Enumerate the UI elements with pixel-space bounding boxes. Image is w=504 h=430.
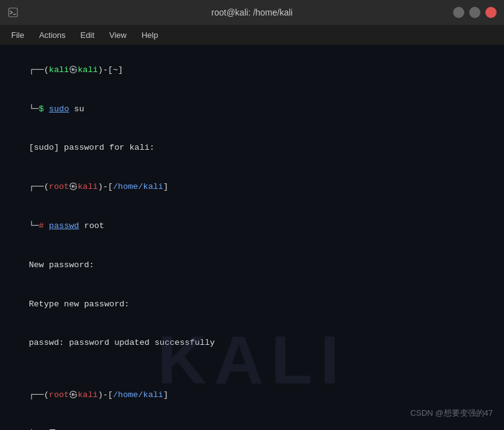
menu-file[interactable]: File xyxy=(5,28,30,42)
titlebar: root@kali: /home/kali xyxy=(0,0,504,25)
menu-help[interactable]: Help xyxy=(135,28,164,42)
titlebar-left xyxy=(7,7,19,18)
titlebar-controls xyxy=(453,7,497,18)
term-line-5: └─# passwd root xyxy=(9,207,495,246)
term-line-4: ┌──(root㉿kali)-[/home/kali] xyxy=(9,168,495,207)
menu-actions[interactable]: Actions xyxy=(33,28,72,42)
menu-edit[interactable]: Edit xyxy=(74,28,101,42)
minimize-button[interactable] xyxy=(453,7,464,18)
menubar: File Actions Edit View Help xyxy=(0,25,504,45)
term-line-3: [sudo] password for kali: xyxy=(9,129,495,168)
maximize-button[interactable] xyxy=(469,7,480,18)
term-line-6: New password: xyxy=(9,246,495,285)
terminal-area[interactable]: ┌──(kali㉿kali)-[~] └─$ sudo su [sudo] pa… xyxy=(0,45,504,430)
menu-view[interactable]: View xyxy=(103,28,133,42)
term-line-1: ┌──(kali㉿kali)-[~] xyxy=(9,51,495,90)
csdn-watermark: CSDN @想要变强的47 xyxy=(410,408,493,419)
term-line-7: Retype new password: xyxy=(9,285,495,324)
titlebar-title: root@kali: /home/kali xyxy=(212,7,293,17)
kali-watermark: KALI xyxy=(158,320,347,399)
term-line-2: └─$ sudo su xyxy=(9,90,495,129)
terminal-icon xyxy=(7,7,19,18)
close-button[interactable] xyxy=(485,7,497,18)
